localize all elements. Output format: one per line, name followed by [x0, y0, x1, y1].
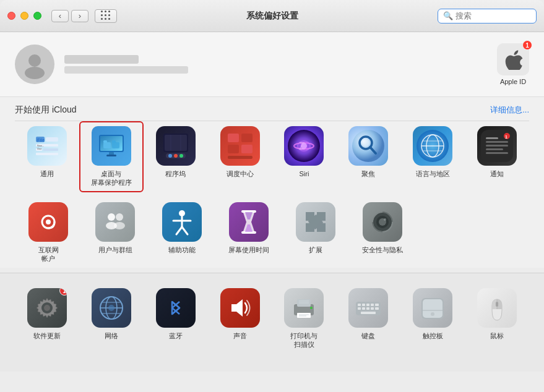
svg-point-74	[44, 305, 50, 311]
pref-mission[interactable]: 调度中心	[208, 121, 272, 192]
pref-softwareupdate[interactable]: 1 软件更新	[15, 283, 79, 354]
pref-spotlight[interactable]: 聚焦	[336, 121, 400, 192]
close-button[interactable]	[7, 12, 15, 20]
svg-rect-18	[112, 142, 119, 148]
users-icon	[100, 207, 130, 237]
notification-icon: 1	[481, 130, 513, 162]
bottom-section: 1 软件更新 网络	[0, 273, 544, 372]
svg-rect-96	[375, 304, 379, 306]
pref-sound[interactable]: 声音	[208, 283, 272, 354]
trackpad-label: 触控板	[423, 331, 443, 340]
svg-rect-32	[228, 156, 253, 159]
svg-rect-49	[486, 137, 498, 139]
svg-rect-31	[241, 145, 253, 153]
network-icon-box	[92, 288, 131, 328]
svg-line-65	[176, 227, 182, 234]
trackpad-icon	[418, 293, 447, 323]
apple-icon-wrapper: 1	[497, 43, 529, 75]
general-icon-box: File New... One	[27, 126, 67, 166]
notification-icon-box: 1	[477, 126, 517, 166]
spotlight-icon-box	[348, 126, 388, 166]
sound-label: 声音	[233, 331, 247, 340]
apple-id-button[interactable]: 1 Apple ID	[497, 43, 529, 85]
dock-icon-box	[156, 126, 196, 166]
internet-icon	[33, 207, 63, 237]
svg-rect-6	[36, 153, 58, 155]
mission-icon	[225, 131, 255, 161]
search-input[interactable]	[455, 11, 531, 20]
apple-id-label: Apple ID	[500, 78, 526, 85]
pref-dock[interactable]: 程序坞	[144, 121, 208, 192]
svg-point-25	[179, 154, 183, 158]
pref-language[interactable]: 语言与地区	[400, 121, 465, 192]
icons-row-2: 互联网 帐户 用户与群组	[15, 197, 529, 268]
language-label: 语言与地区	[416, 169, 450, 178]
svg-rect-85	[297, 313, 311, 318]
pref-printers[interactable]: 打印机与 扫描仪	[272, 283, 337, 354]
svg-rect-50	[486, 141, 508, 143]
svg-point-38	[352, 130, 384, 162]
svg-rect-19	[112, 140, 116, 143]
svg-point-60	[116, 213, 123, 221]
forward-button[interactable]: ›	[71, 10, 89, 22]
svg-rect-21	[165, 135, 187, 151]
general-icon: File New... One	[33, 132, 61, 160]
minimize-button[interactable]	[20, 12, 28, 20]
svg-rect-94	[366, 304, 369, 306]
icons-row-1: File New... One 通用	[15, 121, 529, 192]
svg-rect-5	[43, 148, 58, 151]
search-box[interactable]: 🔍	[438, 9, 537, 23]
svg-rect-97	[358, 307, 361, 310]
pref-bluetooth[interactable]: 蓝牙	[144, 283, 208, 354]
maximize-button[interactable]	[33, 12, 41, 20]
pref-notification[interactable]: 1 通知	[465, 121, 529, 192]
sound-icon-box	[220, 288, 260, 328]
back-button[interactable]: ‹	[51, 10, 69, 22]
mouse-icon	[482, 293, 512, 323]
desktop-label: 桌面与 屏幕保护程序	[91, 169, 132, 187]
pref-trackpad[interactable]: 触控板	[400, 283, 465, 354]
icons-row-3: 1 软件更新 网络	[15, 283, 529, 354]
users-icon-box	[95, 202, 135, 242]
screentime-label: 屏幕使用时间	[228, 245, 269, 254]
pref-keyboard[interactable]: 键盘	[336, 283, 400, 354]
pref-extensions[interactable]: 扩展	[282, 197, 349, 268]
pref-network[interactable]: 网络	[79, 283, 144, 354]
apple-logo-icon	[503, 49, 524, 70]
pref-siri[interactable]: Z Siri	[272, 121, 337, 192]
grid-view-button[interactable]	[95, 9, 117, 23]
printers-label: 打印机与 扫描仪	[290, 331, 317, 349]
grid-icon	[101, 11, 111, 21]
svg-rect-102	[361, 312, 376, 314]
icloud-detail-link[interactable]: 详细信息...	[490, 104, 529, 116]
icloud-section: 开始使用 iCloud 详细信息...	[0, 97, 544, 121]
language-icon	[417, 130, 449, 162]
svg-rect-30	[228, 145, 239, 153]
pref-security[interactable]: 安全性与隐私	[349, 197, 416, 268]
pref-mouse[interactable]: 鼠标	[465, 283, 529, 354]
preferences-grid: File New... One 通用	[0, 121, 544, 268]
desktop-icon	[95, 130, 127, 162]
pref-screentime[interactable]: 屏幕使用时间	[215, 197, 282, 268]
pref-internet[interactable]: 互联网 帐户	[15, 197, 82, 268]
svg-rect-29	[241, 134, 253, 142]
mouse-icon-box	[477, 288, 517, 328]
pref-accessibility[interactable]: 辅助功能	[149, 197, 215, 268]
svg-rect-101	[375, 307, 379, 310]
dock-icon	[161, 131, 191, 161]
printers-icon-box	[284, 288, 324, 328]
pref-general[interactable]: File New... One 通用	[15, 121, 79, 192]
mission-label: 调度中心	[227, 169, 254, 178]
pref-users[interactable]: 用户与群组	[82, 197, 149, 268]
svg-point-58	[108, 213, 115, 221]
svg-rect-53	[486, 152, 508, 154]
softwareupdate-label: 软件更新	[33, 331, 61, 340]
profile-info	[64, 55, 188, 74]
svg-text:1: 1	[505, 135, 507, 139]
svg-point-72	[384, 218, 386, 221]
pref-desktop[interactable]: 桌面与 屏幕保护程序	[79, 121, 144, 192]
avatar	[15, 45, 54, 84]
svg-rect-52	[486, 148, 503, 150]
accessibility-icon	[167, 207, 197, 237]
siri-icon: Z	[288, 130, 320, 162]
